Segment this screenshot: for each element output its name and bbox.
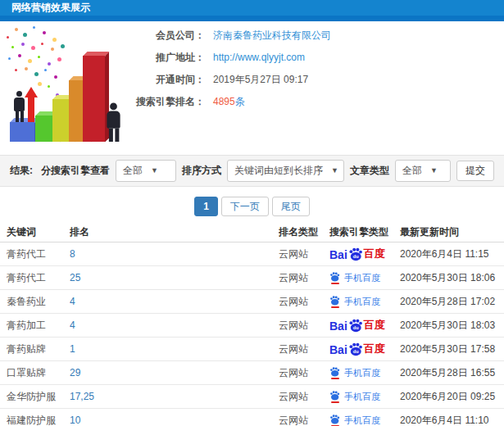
submit-button[interactable]: 提交 bbox=[456, 161, 494, 181]
header-keyword: 关键词 bbox=[7, 225, 70, 239]
baidu-cn-text: 百度 bbox=[364, 342, 385, 356]
baidu-mobile-logo: 手机百度 bbox=[329, 296, 380, 308]
rank-type-cell: 云网站 bbox=[279, 366, 329, 380]
rank-link[interactable]: 25 bbox=[70, 272, 279, 283]
promo-url-link[interactable]: http://www.qlyyjt.com bbox=[213, 47, 305, 69]
rank-link[interactable]: 10 bbox=[70, 415, 279, 426]
bar-blue bbox=[10, 122, 34, 142]
next-page-button[interactable]: 下一页 bbox=[221, 197, 269, 216]
info-row-url: 推广地址： http://www.qlyyjt.com bbox=[123, 47, 331, 69]
caret-down-icon: ▼ bbox=[151, 161, 158, 180]
updated-cell: 2020年6月20日 09:25 bbox=[400, 390, 504, 404]
member-info-panel: 会员公司： 济南秦鲁药业科技有限公司 推广地址： http://www.qlyy… bbox=[123, 25, 331, 113]
result-label: 结果: bbox=[10, 164, 33, 178]
baidu-pc-logo: Bai du 百度 bbox=[329, 247, 385, 261]
company-link[interactable]: 济南秦鲁药业科技有限公司 bbox=[213, 25, 331, 47]
article-type-select[interactable]: 全部 ▼ bbox=[395, 160, 451, 182]
baidu-mobile-logo: 手机百度 bbox=[329, 272, 380, 284]
table-row: 膏药代工 25 云网站 Bai du 百度 bbox=[0, 266, 504, 290]
baidu-bai-text: Bai bbox=[329, 343, 347, 356]
title-bar-accent-strip bbox=[0, 16, 504, 21]
rank-link[interactable]: 1 bbox=[70, 343, 279, 355]
rank-link[interactable]: 4 bbox=[70, 320, 279, 331]
keyword-cell: 膏药贴牌 bbox=[7, 342, 70, 356]
baidu-bai-text: Bai bbox=[329, 320, 347, 333]
caret-down-icon: ▼ bbox=[331, 161, 338, 180]
pagination: 1 下一页 尾页 bbox=[0, 197, 504, 216]
page-1-button[interactable]: 1 bbox=[194, 197, 218, 216]
rank-type-cell: 云网站 bbox=[279, 390, 329, 404]
rank-link[interactable]: 8 bbox=[70, 248, 279, 260]
businessman-left bbox=[14, 91, 25, 122]
rank-count: 4895 bbox=[213, 96, 235, 107]
svg-text:du: du bbox=[353, 325, 359, 330]
promo-url-label: 推广地址： bbox=[123, 47, 205, 69]
baidu-pc-logo: Bai du 百度 bbox=[329, 318, 385, 333]
engine-cell: Bai du 百度 bbox=[329, 272, 400, 284]
rank-type-cell: 云网站 bbox=[279, 271, 329, 285]
keyword-cell: 膏药加工 bbox=[7, 319, 70, 333]
engine-filter-select[interactable]: 全部 ▼ bbox=[116, 160, 176, 182]
rank-type-cell: 云网站 bbox=[279, 319, 329, 333]
article-type-value: 全部 bbox=[402, 161, 422, 180]
rank-link[interactable]: 17,25 bbox=[70, 391, 279, 402]
article-type-label: 文章类型 bbox=[350, 164, 389, 178]
rank-unit: 条 bbox=[235, 96, 245, 107]
baidu-paw-icon bbox=[329, 272, 340, 284]
baidu-paw-icon bbox=[329, 367, 340, 379]
last-page-button[interactable]: 尾页 bbox=[272, 197, 310, 216]
baidu-mobile-logo: 手机百度 bbox=[329, 391, 380, 403]
info-row-open-time: 开通时间： 2019年5月27日 09:17 bbox=[123, 69, 331, 91]
baidu-paw-icon: du bbox=[348, 342, 363, 356]
rank-type-cell: 云网站 bbox=[279, 342, 329, 356]
table-row: 膏药加工 4 云网站 Bai du 百度 bbox=[0, 314, 504, 338]
updated-cell: 2020年5月28日 17:02 bbox=[400, 295, 504, 309]
bar-chart-illustration bbox=[0, 21, 139, 152]
up-arrow-icon bbox=[25, 87, 38, 122]
bar-red bbox=[83, 56, 105, 142]
sort-label: 排序方式 bbox=[182, 164, 221, 178]
engine-cell: Bai du 百度 bbox=[329, 318, 400, 333]
sort-select[interactable]: 关键词由短到长排序 ▼ bbox=[227, 160, 344, 182]
open-time-label: 开通时间： bbox=[123, 69, 205, 91]
header-updated: 最新更新时间 bbox=[400, 225, 504, 239]
rank-type-cell: 云网站 bbox=[279, 247, 329, 261]
keyword-cell: 膏药代工 bbox=[7, 271, 70, 285]
header-rank-type: 排名类型 bbox=[279, 225, 329, 239]
sort-value: 关键词由短到长排序 bbox=[234, 161, 323, 180]
header-engine-type: 搜索引擎类型 bbox=[329, 225, 400, 239]
baidu-paw-icon: du bbox=[348, 247, 363, 261]
info-row-company: 会员公司： 济南秦鲁药业科技有限公司 bbox=[123, 25, 331, 47]
mobile-baidu-label: 手机百度 bbox=[344, 272, 380, 284]
baidu-pc-logo: Bai du 百度 bbox=[329, 342, 385, 356]
keyword-cell: 金华防护服 bbox=[7, 390, 70, 404]
svg-text:du: du bbox=[353, 254, 359, 259]
engine-cell: Bai du 百度 bbox=[329, 367, 400, 379]
table-row: 金华防护服 17,25 云网站 Bai du 百度 bbox=[0, 385, 504, 409]
updated-cell: 2020年5月30日 18:03 bbox=[400, 319, 504, 333]
page-title: 网络营销效果展示 bbox=[0, 0, 504, 16]
engine-filter-label: 分搜索引擎查看 bbox=[41, 164, 110, 178]
baidu-paw-icon bbox=[329, 391, 340, 403]
info-row-rank-count: 搜索引擎排名： 4895条 bbox=[123, 91, 331, 113]
baidu-paw-icon bbox=[329, 415, 340, 426]
baidu-paw-icon: du bbox=[348, 319, 363, 333]
keyword-cell: 福建防护服 bbox=[7, 414, 70, 426]
businessman-right bbox=[107, 103, 120, 143]
keyword-cell: 秦鲁药业 bbox=[7, 295, 70, 309]
marketing-report-page: 网络营销效果展示 会员公司： 济南秦鲁药业科技有限公司 推广地址： http:/… bbox=[0, 0, 504, 426]
rank-type-cell: 云网站 bbox=[279, 414, 329, 426]
updated-cell: 2020年5月28日 16:55 bbox=[400, 366, 504, 380]
updated-cell: 2020年5月30日 18:06 bbox=[400, 271, 504, 285]
mobile-baidu-label: 手机百度 bbox=[344, 415, 380, 426]
svg-text:du: du bbox=[353, 349, 359, 354]
rank-link[interactable]: 4 bbox=[70, 296, 279, 307]
table-row: 膏药代工 8 云网站 Bai du 百度 bbox=[0, 242, 504, 266]
keyword-rank-table: 关键词 排名 排名类型 搜索引擎类型 最新更新时间 膏药代工 8 云网站 Bai… bbox=[0, 223, 504, 426]
filter-controls: 分搜索引擎查看 全部 ▼ 排序方式 关键词由短到长排序 ▼ 文章类型 全部 ▼ … bbox=[41, 160, 494, 182]
header-rank: 排名 bbox=[70, 225, 279, 239]
rank-link[interactable]: 29 bbox=[70, 367, 279, 378]
baidu-mobile-logo: 手机百度 bbox=[329, 415, 380, 426]
caret-down-icon: ▼ bbox=[430, 161, 438, 180]
company-label: 会员公司： bbox=[123, 25, 205, 47]
